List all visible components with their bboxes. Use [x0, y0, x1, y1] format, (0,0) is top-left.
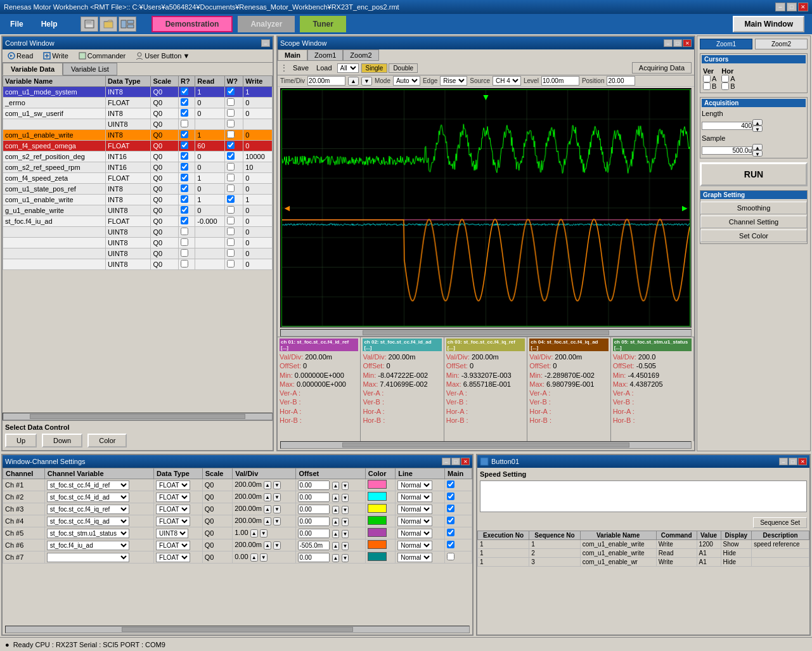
list-item[interactable]: Ch #6 st_foc.f4_iu_ad FLOAT Q0 200.00m ▲… [3, 539, 472, 551]
offset-up[interactable]: ▲ [332, 482, 340, 490]
ch-offset[interactable]: ▲ ▼ [296, 479, 365, 491]
ch-var-select[interactable]: st_foc.f4_iu_ad [44, 539, 153, 551]
ch-offset[interactable]: ▲ ▼ [296, 515, 365, 527]
w-checkbox[interactable] [227, 87, 235, 95]
var-w[interactable] [224, 162, 243, 173]
ch-type-select[interactable]: FLOAT [154, 479, 203, 491]
ch-variable-select[interactable]: st_foc.st_cc.f4_id_ref [47, 480, 129, 490]
offset-down[interactable]: ▼ [342, 542, 349, 550]
ch-color-swatch[interactable] [365, 551, 395, 564]
nav-icon-2[interactable] [100, 16, 117, 32]
variable-list-tab[interactable]: Variable List [63, 63, 117, 75]
offset-input[interactable] [298, 493, 330, 502]
scope-zoom2-tab[interactable]: Zoom2 [343, 49, 378, 61]
w-checkbox[interactable] [227, 184, 235, 192]
list-item[interactable]: Ch #7 FLOAT Q0 0.00 ▲ ▼ ▲ ▼ Normal [3, 551, 472, 564]
zoom1-button[interactable]: Zoom1 [700, 39, 752, 49]
set-color-button[interactable]: Set Color [700, 229, 807, 242]
var-r[interactable] [178, 238, 195, 248]
var-w[interactable] [224, 184, 243, 195]
length-up[interactable]: ▲ [752, 119, 763, 126]
var-w[interactable] [224, 205, 243, 216]
table-row[interactable]: st_foc.f4_iu_ad FLOAT Q0 -0.000 0 [3, 216, 273, 227]
var-w[interactable] [224, 248, 243, 259]
ch-main-check[interactable] [445, 503, 472, 515]
w-checkbox[interactable] [227, 109, 235, 117]
offset-up[interactable]: ▲ [332, 518, 340, 526]
color-swatch[interactable] [368, 552, 387, 561]
var-w[interactable] [224, 195, 243, 205]
ch-variable-select[interactable]: st_foc.st_cc.f4_iq_ad [47, 517, 129, 526]
line-select[interactable]: Normal [397, 529, 432, 538]
ch-offset[interactable]: ▲ ▼ [296, 491, 365, 503]
var-w[interactable] [224, 141, 243, 151]
ch-settings-scrollbar[interactable] [5, 626, 470, 633]
color-swatch[interactable] [368, 504, 387, 513]
ch-type-select[interactable]: FLOAT [154, 551, 203, 564]
w-checkbox[interactable] [227, 120, 235, 127]
ch-dtype-select[interactable]: FLOAT [156, 541, 190, 550]
valdiv-up[interactable]: ▲ [264, 493, 271, 501]
table-row[interactable]: com_u1_mode_system INT8 Q0 1 1 [3, 87, 273, 98]
nav-icon-1[interactable] [81, 16, 98, 32]
r-checkbox[interactable] [181, 109, 188, 117]
demonstration-tab[interactable]: Demonstration [151, 16, 233, 32]
file-menu[interactable]: File [3, 17, 31, 31]
zoom2-button[interactable]: Zoom2 [755, 39, 808, 49]
r-checkbox[interactable] [181, 131, 188, 138]
var-r[interactable] [178, 108, 195, 119]
var-w[interactable] [224, 216, 243, 227]
var-r[interactable] [178, 151, 195, 162]
load-button[interactable]: Load [314, 63, 334, 73]
main-checkbox[interactable] [447, 529, 454, 536]
var-r[interactable] [178, 130, 195, 141]
scope-scrollbar-h[interactable] [280, 329, 692, 337]
main-checkbox[interactable] [447, 493, 454, 500]
help-menu[interactable]: Help [34, 17, 65, 31]
ch-line-select[interactable]: Normal [396, 551, 445, 564]
table-row[interactable]: 1 1 com_u1_enable_write Write 1200 Show … [478, 540, 809, 549]
r-checkbox[interactable] [181, 174, 188, 181]
main-checkbox[interactable] [447, 541, 454, 548]
var-r[interactable] [178, 259, 195, 270]
offset-up[interactable]: ▲ [332, 506, 340, 514]
table-row[interactable]: com_u1_state_pos_ref INT8 Q0 0 0 [3, 184, 273, 195]
length-down[interactable]: ▼ [752, 126, 763, 132]
ch-var-select[interactable]: st_foc.st_stm.u1_status [44, 527, 153, 539]
list-item[interactable]: Ch #1 st_foc.st_cc.f4_id_ref FLOAT Q0 20… [3, 479, 472, 491]
w-checkbox[interactable] [227, 249, 235, 257]
valdiv-down[interactable]: ▼ [273, 481, 281, 489]
ch-variable-select[interactable]: st_foc.st_stm.u1_status [47, 529, 129, 538]
color-button[interactable]: Color [87, 434, 127, 448]
w-checkbox[interactable] [227, 206, 235, 214]
ch-line-select[interactable]: Normal [396, 491, 445, 503]
ch-color-swatch[interactable] [365, 491, 395, 503]
valdiv-down[interactable]: ▼ [273, 505, 281, 513]
scope-zoom1-tab[interactable]: Zoom1 [307, 49, 343, 61]
control-scrollbar-h[interactable] [3, 413, 273, 420]
table-row[interactable]: UINT8 Q0 0 [3, 227, 273, 238]
sample-input[interactable] [702, 146, 752, 155]
w-checkbox[interactable] [227, 217, 235, 224]
edge-select[interactable]: Rise [440, 76, 467, 86]
ch-settings-close[interactable]: ✕ [461, 458, 470, 465]
table-row[interactable]: com_f4_speed_zeta FLOAT Q0 1 0 [3, 173, 273, 184]
read-button[interactable]: Read [5, 51, 35, 61]
var-r[interactable] [178, 227, 195, 238]
sequence-set-button[interactable]: Sequence Set [753, 517, 807, 528]
ch-type-select[interactable]: FLOAT [154, 503, 203, 515]
ch-offset[interactable]: ▲ ▼ [296, 539, 365, 551]
w-checkbox[interactable] [227, 174, 235, 181]
table-row[interactable]: UINT8 Q0 [3, 119, 273, 130]
ch-line-select[interactable]: Normal [396, 527, 445, 539]
table-row[interactable]: _errno FLOAT Q0 0 0 [3, 98, 273, 108]
w-checkbox[interactable] [227, 152, 235, 160]
table-row[interactable]: com_u1_sw_userif INT8 Q0 0 0 [3, 108, 273, 119]
r-checkbox[interactable] [181, 87, 188, 95]
save-button[interactable]: Save [290, 63, 311, 73]
offset-down[interactable]: ▼ [342, 554, 349, 562]
color-swatch[interactable] [368, 492, 387, 501]
ch-settings-max[interactable]: □ [451, 458, 460, 465]
var-w[interactable] [224, 259, 243, 270]
hor-b-checkbox[interactable] [721, 82, 729, 90]
